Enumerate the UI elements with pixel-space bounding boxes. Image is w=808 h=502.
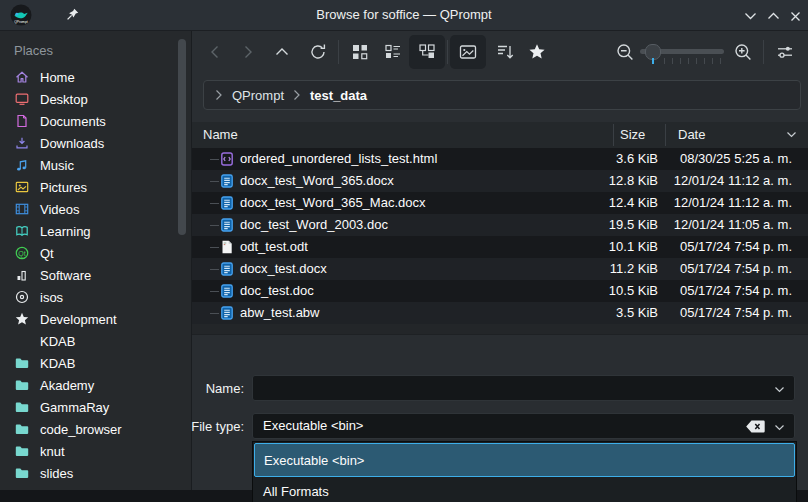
file-list-header[interactable]: Name Size Date <box>192 122 808 149</box>
zoom-in-button[interactable] <box>728 36 758 68</box>
column-separator[interactable] <box>665 124 666 146</box>
chevron-down-icon[interactable] <box>774 424 785 432</box>
toolbar-separator <box>447 40 448 64</box>
details-view-button[interactable] <box>378 36 408 68</box>
table-row[interactable]: doc_test_Word_2003.doc 19.5 KiB 12/01/24… <box>192 214 808 236</box>
table-row[interactable]: docx_test.docx 11.2 KiB 05/17/24 7:54 p.… <box>192 258 808 280</box>
sidebar-item-videos[interactable]: Videos <box>0 198 172 220</box>
bookmark-star-button[interactable] <box>522 36 552 68</box>
table-row[interactable]: odt_test.odt 10.1 KiB 05/17/24 7:54 p. m… <box>192 236 808 258</box>
file-type-value: Executable <bin> <box>263 418 363 433</box>
file-name: doc_test_Word_2003.doc <box>240 214 388 236</box>
file-type-label: File type: <box>178 419 244 434</box>
table-row[interactable]: docx_test_Word_365_Mac.docx 12.4 KiB 12/… <box>192 192 808 214</box>
refresh-button[interactable] <box>303 36 333 68</box>
sort-button[interactable] <box>490 36 520 68</box>
sidebar-item-pictures[interactable]: Pictures <box>0 176 172 198</box>
forward-button[interactable] <box>233 36 263 68</box>
sort-chevron-down-icon[interactable] <box>786 131 797 139</box>
sidebar-item-code-browser[interactable]: code_browser <box>0 418 172 440</box>
sidebar-item-gammaray[interactable]: GammaRay <box>0 396 172 418</box>
column-header-date[interactable]: Date <box>678 127 705 142</box>
folder-icon <box>14 399 30 415</box>
slider-tick <box>672 58 673 64</box>
file-size: 10.5 KiB <box>609 280 658 302</box>
file-name: docx_test_Word_365.docx <box>240 170 394 192</box>
sidebar-item-kdab-group[interactable]: KDAB <box>0 330 172 352</box>
sidebar-item-label: KDAB <box>40 356 75 371</box>
icons-view-button[interactable] <box>345 36 375 68</box>
sidebar-item-music[interactable]: Music <box>0 154 172 176</box>
column-header-name[interactable]: Name <box>203 127 238 142</box>
breadcrumb-segment-current[interactable]: test_data <box>310 88 367 103</box>
breadcrumb[interactable]: QPrompt test_data <box>203 80 801 110</box>
slider-tick <box>720 58 721 64</box>
file-date: 12/01/24 11:12 a. m. <box>674 170 792 192</box>
name-label: Name: <box>178 381 244 396</box>
word-document-icon <box>219 261 235 277</box>
sidebar-item-isos[interactable]: isos <box>0 286 172 308</box>
sidebar-item-qt[interactable]: Qt Qt <box>0 242 172 264</box>
dropdown-option-label: All Formats <box>263 484 329 499</box>
zoom-out-button[interactable] <box>610 36 640 68</box>
sidebar-item-akademy[interactable]: Akademy <box>0 374 172 396</box>
file-size: 3.6 KiB <box>616 148 658 170</box>
sidebar-item-software[interactable]: Software <box>0 264 172 286</box>
file-date: 05/17/24 7:54 p. m. <box>680 258 792 280</box>
options-icon[interactable] <box>770 36 800 68</box>
sidebar-item-home[interactable]: Home <box>0 66 172 88</box>
slider-tick <box>712 58 713 64</box>
breadcrumb-segment[interactable]: QPrompt <box>232 88 284 103</box>
file-name: ordered_unordered_lists_test.html <box>240 148 437 170</box>
dropdown-option[interactable]: All Formats <box>254 479 795 502</box>
sidebar-item-downloads[interactable]: Downloads <box>0 132 172 154</box>
sidebar-item-desktop[interactable]: Desktop <box>0 88 172 110</box>
sidebar-item-knut[interactable]: knut <box>0 440 172 462</box>
star-icon <box>14 311 30 327</box>
slider-tick <box>696 58 697 64</box>
sidebar-item-label: Desktop <box>40 92 88 107</box>
sidebar-item-kdab[interactable]: KDAB <box>0 352 172 374</box>
minimize-button[interactable] <box>742 9 758 23</box>
up-button[interactable] <box>267 36 297 68</box>
sidebar-item-documents[interactable]: Documents <box>0 110 172 132</box>
maximize-button[interactable] <box>765 9 781 23</box>
dropdown-option-selected[interactable]: Executable <bin> <box>254 443 795 477</box>
tree-view-button[interactable] <box>409 35 445 69</box>
slider-tick <box>680 58 681 64</box>
slider-tick <box>688 58 689 64</box>
sidebar-scrollbar[interactable] <box>178 39 186 235</box>
file-date: 05/17/24 7:54 p. m. <box>680 236 792 258</box>
chevron-down-icon[interactable] <box>774 386 785 394</box>
clear-backspace-icon[interactable] <box>745 419 766 434</box>
titlebar[interactable]: QPrompt Browse for soffice — QPrompt <box>0 0 808 31</box>
slider-tick <box>652 58 654 64</box>
file-type-combobox[interactable]: Executable <bin> <box>252 413 795 439</box>
sidebar-item-label: KDAB <box>40 334 75 349</box>
folder-icon <box>14 443 30 459</box>
sidebar-item-learning[interactable]: Learning <box>0 220 172 242</box>
close-button[interactable] <box>787 9 803 23</box>
preview-button[interactable] <box>450 35 486 69</box>
word-document-icon <box>219 217 235 233</box>
table-row[interactable]: docx_test_Word_365.docx 12.8 KiB 12/01/2… <box>192 170 808 192</box>
slider-tick <box>664 58 665 64</box>
name-input[interactable] <box>252 375 795 401</box>
file-name: docx_test.docx <box>240 258 327 280</box>
file-date: 08/30/25 5:25 a. m. <box>680 148 792 170</box>
column-separator[interactable] <box>613 124 614 146</box>
places-header: Places <box>14 43 53 58</box>
back-button[interactable] <box>200 36 230 68</box>
table-row[interactable]: abw_test.abw 3.5 KiB 05/17/24 7:54 p. m. <box>192 302 808 324</box>
tree-branch <box>210 159 219 160</box>
file-date: 05/17/24 7:54 p. m. <box>680 280 792 302</box>
tree-branch <box>210 181 219 182</box>
sidebar-item-label: GammaRay <box>40 400 109 415</box>
sidebar-item-development[interactable]: Development <box>0 308 172 330</box>
sidebar-item-slides[interactable]: slides <box>0 462 172 484</box>
table-row[interactable]: doc_test.doc 10.5 KiB 05/17/24 7:54 p. m… <box>192 280 808 302</box>
sidebar-item-label: Qt <box>40 246 54 261</box>
sidebar-item-label: Pictures <box>40 180 87 195</box>
column-header-size[interactable]: Size <box>620 127 645 142</box>
table-row[interactable]: ordered_unordered_lists_test.html 3.6 Ki… <box>192 148 808 170</box>
